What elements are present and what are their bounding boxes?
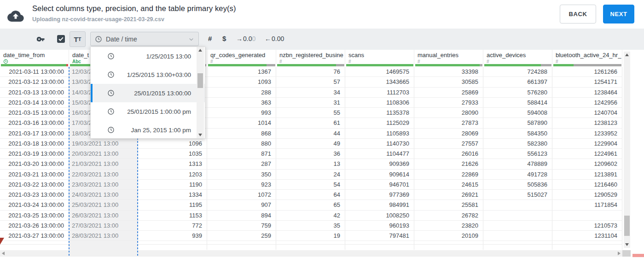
empty-cell xyxy=(345,241,414,244)
cell: 61 xyxy=(276,118,345,128)
cell: 588414 xyxy=(483,98,552,107)
cell: 1072 xyxy=(207,190,276,199)
page-subtitle: Uploading nz-covid-tracer-usage-2021-03-… xyxy=(32,16,164,23)
vertical-scrollbar[interactable] xyxy=(624,52,630,248)
cell: 25/03/2021 13:00 xyxy=(69,200,138,210)
cell: 1035 xyxy=(138,149,207,158)
vertical-scrollbar-thumb[interactable] xyxy=(624,216,630,236)
cloud-upload-icon xyxy=(7,9,24,23)
cell: 1238464 xyxy=(552,88,622,97)
cell: 2021-03-15 13:00:00 xyxy=(0,108,69,117)
column-header-active_devices[interactable]: active_devices# xyxy=(483,50,552,64)
cell: 759 xyxy=(207,221,276,230)
cell: 2021-03-17 13:00:00 xyxy=(0,129,69,138)
cell: 2021-03-23 13:00:00 xyxy=(0,190,69,199)
cell: 24/03/2021 13:00 xyxy=(69,190,138,199)
column-header-bluetooth_active_24_hr_[interactable]: bluetooth_active_24_hr_# xyxy=(552,50,622,64)
table-row: 2021-03-21 13:00:0022/03/2021 13:0012033… xyxy=(0,170,622,180)
cell: 49 xyxy=(276,139,345,148)
datetime-format-option[interactable]: Jan 25, 2015 1:00 pm xyxy=(91,121,205,139)
cell: 27557 xyxy=(414,139,483,148)
cell: 28069 xyxy=(414,129,483,138)
empty-cell xyxy=(138,245,207,250)
cell: 21/03/2021 13:00 xyxy=(69,159,138,169)
cell: 772 xyxy=(138,221,207,230)
cell: 871 xyxy=(207,149,276,158)
column-header-nzbn_registered_busine[interactable]: nzbn_registered_busine# xyxy=(276,50,345,64)
number-type-button[interactable]: # xyxy=(208,35,212,42)
column-type-glyph: # xyxy=(348,59,414,64)
cell: 2021-03-11 13:00:00 xyxy=(0,67,69,76)
scroll-down-icon[interactable] xyxy=(625,243,629,246)
cell: 259 xyxy=(207,231,276,240)
cell: 2021-03-14 13:00:00 xyxy=(0,98,69,107)
datetime-format-option[interactable]: 25/01/2015 13:00:00 xyxy=(91,84,205,102)
primary-key-icon[interactable] xyxy=(36,35,46,44)
column-name: active_devices xyxy=(487,52,552,59)
cell: 1008250 xyxy=(345,211,414,220)
cell: 25869 xyxy=(414,88,483,97)
datetime-format-option[interactable]: 1/25/2015 13:00+03:00 xyxy=(91,65,205,84)
cell: 505836 xyxy=(483,180,552,189)
cell xyxy=(483,211,552,220)
cell: 64 xyxy=(276,190,345,199)
cell: 1231104 xyxy=(552,231,622,240)
horizontal-scrollbar[interactable] xyxy=(0,250,622,257)
datetime-format-dropdown[interactable]: Date / time xyxy=(90,32,199,46)
column-header-manual_entries[interactable]: manual_entries# xyxy=(414,50,483,64)
scroll-down-icon[interactable] xyxy=(198,134,202,136)
menu-scrollbar-thumb[interactable] xyxy=(197,73,203,88)
validity-bar-segment-gray xyxy=(574,64,621,66)
clock-icon xyxy=(3,59,8,64)
column-header-qr_codes_generated[interactable]: qr_codes_generated# xyxy=(207,50,276,64)
next-button[interactable]: NEXT xyxy=(603,5,634,23)
cell: 1240704 xyxy=(552,108,622,117)
scroll-up-icon[interactable] xyxy=(198,49,202,52)
cell: 1233952 xyxy=(552,129,622,138)
cell: 868 xyxy=(207,129,276,138)
currency-type-button[interactable]: $ xyxy=(222,35,226,42)
cell: 57 xyxy=(276,77,345,87)
cell: 26/03/2021 13:00 xyxy=(69,211,138,220)
text-type-button[interactable]: TT xyxy=(70,31,86,47)
validity-bar-segment-green xyxy=(553,64,574,66)
cell: 1343665 xyxy=(345,77,414,87)
scroll-up-icon[interactable] xyxy=(625,53,629,56)
cell: 2021-03-20 13:00:00 xyxy=(0,159,69,169)
cell: 26921 xyxy=(414,190,483,199)
back-button[interactable]: BACK xyxy=(560,5,596,23)
boolean-type-checkbox-icon[interactable] xyxy=(57,35,65,43)
cell: 907 xyxy=(207,200,276,210)
column-header-scans[interactable]: scans# xyxy=(345,50,414,64)
datetime-format-option[interactable]: 25/01/2015 1:00:00 pm xyxy=(91,102,205,121)
datetime-format-option[interactable]: 1/25/2015 13:00 xyxy=(91,47,205,65)
validity-bar-segment-green xyxy=(277,64,336,66)
column-type-glyph: # xyxy=(556,59,622,64)
scroll-left-icon[interactable] xyxy=(2,252,5,255)
increase-decimal-button[interactable]: →0.00 xyxy=(236,35,255,42)
column-name: manual_entries xyxy=(418,52,483,59)
decrease-decimal-button[interactable]: ←0.00 xyxy=(265,35,284,42)
cell: 977369 xyxy=(345,190,414,199)
cell: 515027 xyxy=(483,190,552,199)
datetime-format-option-label: 1/25/2015 13:00 xyxy=(115,53,205,60)
clock-icon xyxy=(107,126,115,134)
cell: 42 xyxy=(276,211,345,220)
cell: 28/03/2021 13:00 xyxy=(69,231,138,240)
clock-icon xyxy=(107,53,115,60)
validity-bar-segment-green xyxy=(1,64,66,66)
cell: 556123 xyxy=(483,149,552,158)
menu-scrollbar[interactable] xyxy=(197,47,204,138)
cell: 27933 xyxy=(414,98,483,107)
column-header-date_time_from[interactable]: date_time_from xyxy=(0,50,69,64)
cell xyxy=(552,211,622,220)
cell: 2021-03-24 13:00:00 xyxy=(0,200,69,210)
empty-cell xyxy=(276,241,345,244)
cell: 1112703 xyxy=(345,88,414,97)
cell: 1203 xyxy=(138,170,207,179)
validity-bar-segment-green xyxy=(208,64,267,66)
scroll-right-icon[interactable] xyxy=(618,252,621,255)
cell: 350 xyxy=(207,170,276,179)
cell: 19/03/2021 13:00 xyxy=(69,139,138,148)
cell: 27873 xyxy=(414,118,483,128)
